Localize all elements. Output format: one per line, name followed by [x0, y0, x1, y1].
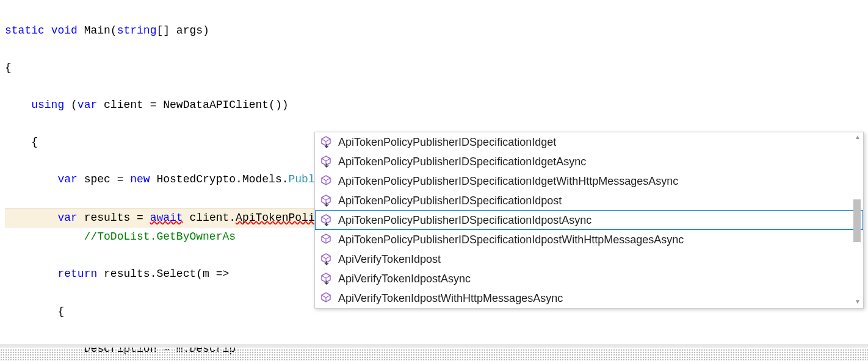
intellisense-item-label: ApiTokenPolicyPublisherIDSpecificationId…	[338, 175, 678, 188]
splitter[interactable]	[0, 344, 868, 348]
intellisense-popup[interactable]: ▲ ▼ ApiTokenPolicyPublisherIDSpecificati…	[314, 132, 864, 309]
intellisense-item-label: ApiVerifyTokenIdpostAsync	[338, 273, 471, 285]
intellisense-item[interactable]: ApiVerifyTokenIdpostAsync	[315, 269, 863, 288]
intellisense-item-label: ApiVerifyTokenIdpostWithHttpMessagesAsyn…	[338, 292, 563, 305]
method-icon	[320, 233, 333, 246]
method-icon	[320, 174, 333, 188]
intellisense-item[interactable]: ApiTokenPolicyPublisherIDSpecificationId…	[315, 191, 863, 210]
extension-method-icon	[320, 213, 333, 227]
code-line: using (var client = NewDataAPIClient())	[5, 96, 863, 115]
intellisense-item[interactable]: ApiVerifyTokenIdpost	[315, 249, 863, 269]
intellisense-item[interactable]: ApiTokenPolicyPublisherIDSpecificationId…	[315, 171, 863, 191]
extension-method-icon	[320, 272, 333, 285]
intellisense-item-label: ApiTokenPolicyPublisherIDSpecificationId…	[338, 155, 586, 168]
scroll-up-icon[interactable]: ▲	[853, 134, 862, 142]
scroll-down-icon[interactable]: ▼	[853, 298, 862, 307]
intellisense-item-label: ApiTokenPolicyPublisherIDSpecificationId…	[338, 214, 591, 227]
extension-method-icon	[320, 194, 333, 207]
extension-method-icon	[320, 252, 333, 266]
intellisense-item[interactable]: ApiTokenPolicyPublisherIDSpecificationId…	[315, 132, 863, 152]
scroll-thumb[interactable]	[853, 199, 861, 242]
extension-method-icon	[320, 155, 333, 168]
method-icon	[320, 291, 333, 305]
intellisense-item[interactable]: ApiTokenPolicyPublisherIDSpecificationId…	[315, 230, 863, 249]
intellisense-item-label: ApiTokenPolicyPublisherIDSpecificationId…	[338, 195, 562, 207]
intellisense-item-label: ApiVerifyTokenIdpost	[338, 253, 441, 266]
extension-method-icon	[320, 135, 333, 149]
scrollbar[interactable]: ▲ ▼	[852, 132, 862, 308]
intellisense-item[interactable]: ApiVerifyTokenIdpostWithHttpMessagesAsyn…	[315, 288, 863, 308]
code-line: static void Main(string[] args)	[5, 21, 863, 40]
code-line: {	[5, 59, 863, 77]
intellisense-item[interactable]: ApiTokenPolicyPublisherIDSpecificationId…	[315, 152, 863, 171]
bottom-panel-edge	[0, 349, 868, 361]
intellisense-item-label: ApiTokenPolicyPublisherIDSpecificationId…	[338, 136, 556, 149]
intellisense-item[interactable]: ApiTokenPolicyPublisherIDSpecificationId…	[315, 210, 863, 230]
intellisense-item-label: ApiTokenPolicyPublisherIDSpecificationId…	[338, 234, 684, 246]
